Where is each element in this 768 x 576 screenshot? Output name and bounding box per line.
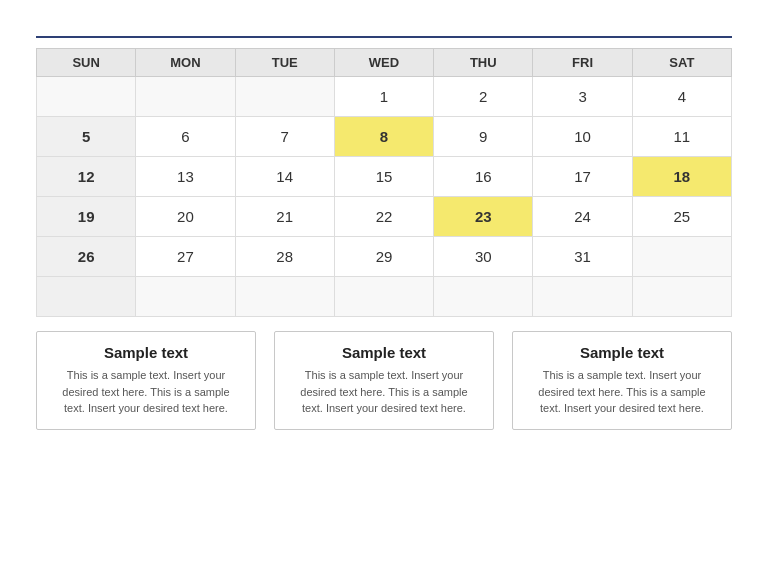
info-box-title-1: Sample text bbox=[51, 344, 241, 361]
calendar-day-12[interactable]: 12 bbox=[37, 157, 136, 197]
info-box-text-3: This is a sample text. Insert your desir… bbox=[527, 367, 717, 417]
info-box-1: Sample textThis is a sample text. Insert… bbox=[36, 331, 256, 430]
calendar-day-24[interactable]: 24 bbox=[533, 197, 632, 237]
calendar-week-row: 567891011 bbox=[37, 117, 732, 157]
calendar-day-14[interactable]: 14 bbox=[235, 157, 334, 197]
day-header-sun: SUN bbox=[37, 49, 136, 77]
day-header-fri: FRI bbox=[533, 49, 632, 77]
calendar-day-5[interactable]: 5 bbox=[37, 117, 136, 157]
calendar-day-16[interactable]: 16 bbox=[434, 157, 533, 197]
calendar-day-30[interactable]: 30 bbox=[434, 237, 533, 277]
calendar-day-8[interactable]: 8 bbox=[334, 117, 433, 157]
calendar-day-4[interactable]: 4 bbox=[632, 77, 731, 117]
info-box-2: Sample textThis is a sample text. Insert… bbox=[274, 331, 494, 430]
calendar-empty-cell bbox=[632, 237, 731, 277]
calendar-day-28[interactable]: 28 bbox=[235, 237, 334, 277]
calendar-day-7[interactable]: 7 bbox=[235, 117, 334, 157]
calendar-day-20[interactable]: 20 bbox=[136, 197, 235, 237]
day-header-tue: TUE bbox=[235, 49, 334, 77]
calendar-day-27[interactable]: 27 bbox=[136, 237, 235, 277]
calendar-week-row: 19202122232425 bbox=[37, 197, 732, 237]
day-header-mon: MON bbox=[136, 49, 235, 77]
calendar-week-row: 262728293031 bbox=[37, 237, 732, 277]
info-boxes-container: Sample textThis is a sample text. Insert… bbox=[36, 331, 732, 430]
calendar-empty-cell bbox=[136, 277, 235, 317]
calendar-week-row: 12131415161718 bbox=[37, 157, 732, 197]
calendar-day-19[interactable]: 19 bbox=[37, 197, 136, 237]
calendar-day-17[interactable]: 17 bbox=[533, 157, 632, 197]
info-box-title-2: Sample text bbox=[289, 344, 479, 361]
calendar-empty-cell bbox=[235, 277, 334, 317]
page-container: SUNMONTUEWEDTHUFRISAT 123456789101112131… bbox=[0, 0, 768, 450]
info-box-3: Sample textThis is a sample text. Insert… bbox=[512, 331, 732, 430]
calendar-week-row bbox=[37, 277, 732, 317]
info-box-text-2: This is a sample text. Insert your desir… bbox=[289, 367, 479, 417]
calendar-day-29[interactable]: 29 bbox=[334, 237, 433, 277]
calendar-day-1[interactable]: 1 bbox=[334, 77, 433, 117]
calendar-empty-cell bbox=[136, 77, 235, 117]
calendar-day-3[interactable]: 3 bbox=[533, 77, 632, 117]
day-header-thu: THU bbox=[434, 49, 533, 77]
calendar-empty-cell bbox=[235, 77, 334, 117]
calendar-day-31[interactable]: 31 bbox=[533, 237, 632, 277]
calendar-day-26[interactable]: 26 bbox=[37, 237, 136, 277]
calendar-day-23[interactable]: 23 bbox=[434, 197, 533, 237]
calendar-empty-cell bbox=[632, 277, 731, 317]
calendar-empty-cell bbox=[37, 277, 136, 317]
calendar-table: SUNMONTUEWEDTHUFRISAT 123456789101112131… bbox=[36, 48, 732, 317]
calendar-day-25[interactable]: 25 bbox=[632, 197, 731, 237]
calendar-week-row: 1234 bbox=[37, 77, 732, 117]
calendar-header-row: SUNMONTUEWEDTHUFRISAT bbox=[37, 49, 732, 77]
day-header-sat: SAT bbox=[632, 49, 731, 77]
info-box-title-3: Sample text bbox=[527, 344, 717, 361]
calendar-day-22[interactable]: 22 bbox=[334, 197, 433, 237]
calendar-day-11[interactable]: 11 bbox=[632, 117, 731, 157]
calendar-empty-cell bbox=[434, 277, 533, 317]
calendar-empty-cell bbox=[533, 277, 632, 317]
calendar-day-18[interactable]: 18 bbox=[632, 157, 731, 197]
calendar-day-13[interactable]: 13 bbox=[136, 157, 235, 197]
calendar-day-15[interactable]: 15 bbox=[334, 157, 433, 197]
header-divider bbox=[36, 36, 732, 38]
calendar-day-2[interactable]: 2 bbox=[434, 77, 533, 117]
calendar-day-6[interactable]: 6 bbox=[136, 117, 235, 157]
calendar-day-9[interactable]: 9 bbox=[434, 117, 533, 157]
calendar-day-21[interactable]: 21 bbox=[235, 197, 334, 237]
info-box-text-1: This is a sample text. Insert your desir… bbox=[51, 367, 241, 417]
day-header-wed: WED bbox=[334, 49, 433, 77]
calendar-empty-cell bbox=[37, 77, 136, 117]
calendar-day-10[interactable]: 10 bbox=[533, 117, 632, 157]
calendar-empty-cell bbox=[334, 277, 433, 317]
